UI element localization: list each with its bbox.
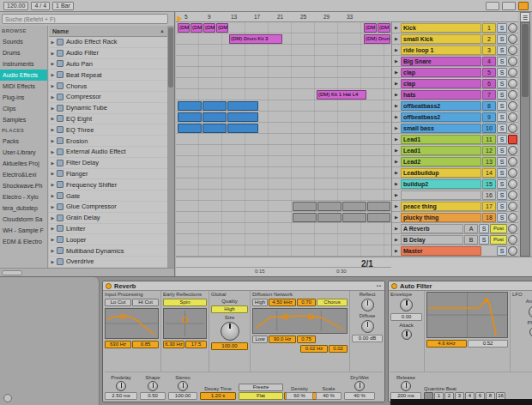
- clip[interactable]: [367, 213, 390, 222]
- browser-device-overdrive[interactable]: ▶Overdrive: [49, 257, 167, 268]
- size-value[interactable]: 100.00: [211, 342, 248, 350]
- input-freq-value[interactable]: 630 Hz: [105, 341, 131, 348]
- record-arm-button[interactable]: [508, 135, 517, 144]
- clip[interactable]: [342, 213, 366, 222]
- expand-icon[interactable]: ▶: [49, 248, 57, 253]
- browser-device-audio-filter[interactable]: ▶Audio Filter: [49, 48, 167, 59]
- browser-scrollbar-thumb[interactable]: [168, 27, 173, 88]
- reverb-title-bar[interactable]: Reverb ▪▪: [103, 281, 384, 291]
- browser-device-grain-delay[interactable]: ▶Grain Delay: [49, 213, 167, 224]
- expand-icon[interactable]: ▶: [49, 226, 57, 231]
- track-knob[interactable]: [508, 68, 517, 77]
- solo-button[interactable]: S: [497, 246, 507, 256]
- expand-icon[interactable]: ▶: [49, 149, 57, 154]
- clip[interactable]: [293, 213, 317, 222]
- flat-button[interactable]: Flat: [239, 392, 283, 400]
- expand-icon[interactable]: ▶: [49, 83, 57, 88]
- browser-device-beat-repeat[interactable]: ▶Beat Repeat: [49, 70, 167, 81]
- track-header-leadbuildup[interactable]: ▶Leadbuildup14S: [392, 167, 518, 178]
- track-knob[interactable]: [508, 179, 517, 189]
- track-header-kick[interactable]: ▶Kick1S: [392, 22, 518, 33]
- chorus-button[interactable]: Chorus: [317, 299, 348, 306]
- expand-icon[interactable]: ▶: [49, 138, 57, 143]
- clip[interactable]: [203, 112, 227, 122]
- spin-amount-value[interactable]: 17.5: [185, 341, 207, 348]
- expand-icon[interactable]: ▶: [49, 61, 57, 66]
- sidebar-place-electro-lexi[interactable]: Electro&Lexi: [0, 169, 47, 180]
- sidebar-place-edm-electro[interactable]: EDM & Electro: [0, 236, 47, 247]
- browser-device-looper[interactable]: ▶Looper: [49, 234, 167, 245]
- diffuse-value[interactable]: 0.00 dB: [352, 335, 383, 342]
- track-knob[interactable]: [508, 224, 517, 233]
- browser-device-multiband-dynamics[interactable]: ▶Multiband Dynamics: [49, 245, 167, 257]
- solo-button[interactable]: S: [497, 90, 507, 100]
- track-header-lead1[interactable]: ▶Lead111S: [392, 134, 518, 145]
- browser-device-frequency-shifter[interactable]: ▶Frequency Shifter: [49, 179, 167, 190]
- start-marker-icon[interactable]: [177, 15, 182, 22]
- browser-device-glue-compressor[interactable]: ▶Glue Compressor: [49, 202, 167, 213]
- device-activator-icon[interactable]: [106, 283, 112, 289]
- solo-button[interactable]: S: [497, 34, 507, 44]
- sidebar-place-packs[interactable]: Packs: [0, 136, 47, 147]
- track-header-lead1[interactable]: ▶Lead112S: [392, 145, 518, 156]
- clip[interactable]: [317, 202, 342, 211]
- expand-icon[interactable]: ▶: [49, 204, 57, 209]
- expand-icon[interactable]: ▶: [49, 259, 57, 264]
- clip[interactable]: [227, 101, 258, 111]
- expand-icon[interactable]: ▶: [49, 72, 57, 77]
- sidebar-item-midi-effects[interactable]: MIDI Effects: [0, 81, 47, 92]
- solo-button[interactable]: S: [497, 45, 507, 55]
- clip[interactable]: [293, 202, 317, 211]
- track-knob[interactable]: [508, 213, 517, 222]
- track-header-small-kick[interactable]: ▶small Kick2S: [392, 33, 518, 45]
- solo-button[interactable]: S: [497, 68, 507, 77]
- clip[interactable]: (DM: [178, 23, 190, 33]
- drywet-knob[interactable]: [354, 381, 365, 391]
- track-knob[interactable]: [508, 157, 517, 166]
- track-header-clap[interactable]: ▶clap5S: [392, 67, 518, 78]
- quality-dropdown[interactable]: High: [211, 305, 248, 313]
- expand-icon[interactable]: ▶: [49, 106, 57, 111]
- clip[interactable]: (DM) Kit 1 Hat L4: [317, 90, 366, 100]
- arrangement-scrollbar-thumb[interactable]: [522, 24, 529, 97]
- track-header-clap[interactable]: ▶clap6S: [392, 78, 518, 89]
- track-header-b-delay[interactable]: ▶B DelayBSPost: [392, 234, 518, 245]
- track-header-small-bass[interactable]: ▶small bass10S: [392, 123, 518, 134]
- clip[interactable]: [203, 101, 227, 111]
- sidebar-place-tera-dubstep[interactable]: tera_dubstep: [0, 202, 47, 214]
- browser-device-filter-delay[interactable]: ▶Filter Delay: [49, 158, 167, 169]
- tempo-display[interactable]: 120.00: [3, 2, 28, 10]
- expand-icon[interactable]: ▶: [49, 116, 57, 121]
- solo-button[interactable]: S: [497, 101, 507, 111]
- predelay-value[interactable]: 2.50 ms: [105, 392, 137, 400]
- clip[interactable]: [317, 213, 342, 222]
- browser-device-flanger[interactable]: ▶Flanger: [49, 169, 167, 180]
- solo-button[interactable]: S: [497, 168, 507, 178]
- solo-button[interactable]: S: [497, 146, 507, 155]
- expand-icon[interactable]: ▶: [49, 237, 57, 242]
- browser-device-chorus[interactable]: ▶Chorus: [49, 81, 167, 92]
- track-knob[interactable]: [508, 235, 517, 245]
- sidebar-place-user-library[interactable]: User-Library: [0, 147, 47, 158]
- track-knob[interactable]: [508, 34, 517, 44]
- beat-time-ruler[interactable]: 59131721252933: [176, 12, 518, 22]
- envelope-amount-value[interactable]: 0.00: [390, 313, 422, 321]
- expand-icon[interactable]: ▶: [49, 51, 57, 56]
- track-knob[interactable]: [508, 57, 517, 66]
- sidebar-place-cloudstorm-sa[interactable]: Cloudstorm Sa: [0, 214, 47, 225]
- track-header-offbeatbass2[interactable]: ▶offbeatbass28S: [392, 100, 518, 112]
- hi-cut-button[interactable]: Hi Cut: [132, 299, 159, 306]
- track-header-buildup2[interactable]: ▶buildup215S: [392, 178, 518, 190]
- lo-cut-button[interactable]: Lo Cut: [105, 299, 131, 306]
- track-knob[interactable]: [508, 101, 517, 111]
- density-value[interactable]: 60 %: [286, 392, 313, 400]
- preview-chip[interactable]: [2, 270, 22, 275]
- track-header-hats[interactable]: ▶hats7S: [392, 89, 518, 100]
- clip[interactable]: (DM: [203, 23, 215, 33]
- track-header-master[interactable]: ▶MasterS: [392, 245, 518, 257]
- browser-device-limiter[interactable]: ▶Limiter: [49, 224, 167, 235]
- clip[interactable]: (DM: [378, 23, 390, 33]
- track-knob[interactable]: [508, 112, 517, 122]
- decay-time-value[interactable]: 1.20 s: [200, 392, 236, 400]
- track-knob[interactable]: [508, 79, 517, 88]
